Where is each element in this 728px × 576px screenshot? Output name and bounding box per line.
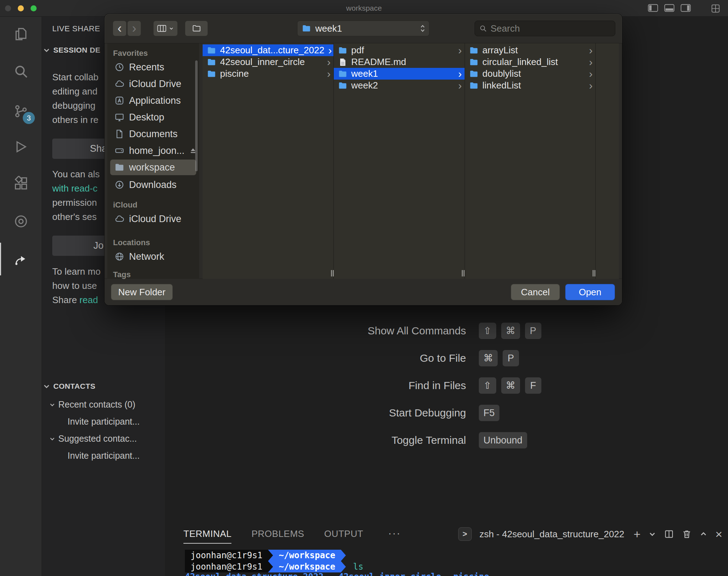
remote-explorer-icon[interactable] xyxy=(0,205,42,238)
folder-icon xyxy=(302,24,311,33)
open-file-dialog: ‹ › week1 Search Favorites Recent xyxy=(105,14,622,305)
more-tabs-icon[interactable]: ··· xyxy=(388,527,401,539)
view-mode-button[interactable] xyxy=(153,21,178,36)
chevron-right-icon: › xyxy=(458,45,462,56)
file-row[interactable]: piscine › xyxy=(203,68,333,80)
read-link[interactable]: read xyxy=(80,295,98,305)
chevron-right-icon: › xyxy=(589,45,593,56)
file-row[interactable]: README.md xyxy=(334,56,465,68)
chevron-right-icon: › xyxy=(589,80,593,91)
icloud-label: iCloud xyxy=(113,200,137,210)
file-row[interactable]: pdf › xyxy=(334,44,465,56)
download-icon xyxy=(114,180,124,190)
section-contacts[interactable]: CONTACTS xyxy=(43,382,95,391)
maximize-panel-icon[interactable] xyxy=(700,530,707,538)
keycap: ⌘ xyxy=(501,323,520,339)
chevron-right-icon: › xyxy=(327,69,331,79)
keycap: ⇧ xyxy=(479,377,496,394)
sidebar-item-workspace[interactable]: workspace xyxy=(110,160,196,175)
sidebar-item-icloud-drive[interactable]: iCloud Drive xyxy=(110,76,196,92)
close-panel-icon[interactable]: × xyxy=(715,527,722,541)
keycap: ⌘ xyxy=(479,350,498,366)
sidebar-item-icloud-drive2[interactable]: iCloud Drive xyxy=(110,211,196,227)
file-row[interactable]: 42seoul_inner_circle › xyxy=(203,56,333,68)
sidebar-item-recents[interactable]: Recents xyxy=(110,59,196,75)
cloud-icon xyxy=(114,79,124,89)
file-row[interactable]: circular_linked_list › xyxy=(465,56,595,68)
keycap: ⌘ xyxy=(501,377,520,394)
activity-bar: 3 xyxy=(0,17,42,576)
tab-output[interactable]: OUTPUT xyxy=(324,528,363,543)
powerline-arrow-icon xyxy=(341,550,346,561)
terminal-session-label[interactable]: zsh - 42seoul_data_structure_2022 xyxy=(480,529,625,540)
open-button[interactable]: Open xyxy=(565,284,615,300)
file-row[interactable]: linkedList › xyxy=(465,80,595,91)
back-button[interactable]: ‹ xyxy=(113,21,127,36)
search-field[interactable]: Search xyxy=(475,21,615,36)
recent-contacts-row[interactable]: Recent contacts (0) xyxy=(49,399,135,410)
cancel-button[interactable]: Cancel xyxy=(511,284,560,300)
column-resize-handle[interactable] xyxy=(331,270,334,276)
chevron-down-icon xyxy=(49,436,55,442)
explorer-icon[interactable] xyxy=(0,18,42,50)
sidebar-item-documents[interactable]: Documents xyxy=(110,126,196,142)
sidebar-item-downloads[interactable]: Downloads xyxy=(110,177,196,193)
keycap: P xyxy=(525,323,541,339)
toggle-panel-icon[interactable] xyxy=(664,4,675,12)
search-icon[interactable] xyxy=(0,55,42,88)
customize-layout-icon[interactable] xyxy=(711,4,720,13)
file-row[interactable]: week2 › xyxy=(334,80,465,91)
location-dropdown[interactable]: week1 xyxy=(297,21,429,36)
file-row[interactable]: 42seoul_dat...cture_2022 › xyxy=(203,44,333,56)
launch-profile-chevron-icon[interactable] xyxy=(648,530,656,538)
sidebar-item-desktop[interactable]: Desktop xyxy=(110,109,196,125)
shortcut-row: Start Debugging F5 xyxy=(213,399,604,426)
shortcut-row: Find in Files ⇧ ⌘ F xyxy=(213,372,604,399)
column-resize-handle[interactable] xyxy=(462,270,465,276)
sidebar-scrollbar[interactable] xyxy=(195,60,198,171)
vscode-window: workspace 3 LIVE SHARE SESSION DE Start xyxy=(0,0,728,576)
invite-participant-link[interactable]: Invite participant... xyxy=(68,451,140,461)
invite-participant-link[interactable]: Invite participant... xyxy=(68,416,140,427)
column-resize-handle[interactable] xyxy=(593,270,595,276)
sidebar-title: LIVE SHARE xyxy=(52,24,100,33)
chevron-right-icon: › xyxy=(458,69,462,79)
sidebar-item-network[interactable]: Network xyxy=(110,249,196,264)
tab-problems[interactable]: PROBLEMS xyxy=(251,528,304,543)
folder-icon xyxy=(192,24,201,33)
forward-button[interactable]: › xyxy=(127,21,141,36)
column-view-icon xyxy=(157,25,166,32)
new-folder-button[interactable]: New Folder xyxy=(111,284,173,300)
new-terminal-icon[interactable]: + xyxy=(633,527,641,541)
drive-icon xyxy=(114,146,124,156)
live-share-icon[interactable] xyxy=(0,243,42,275)
favorites-label: Favorites xyxy=(113,49,148,58)
extensions-icon[interactable] xyxy=(0,167,42,200)
chevron-right-icon: › xyxy=(589,57,593,68)
shortcut-row: Go to File ⌘ P xyxy=(213,344,604,372)
chevron-right-icon: › xyxy=(328,45,332,56)
terminal-shell-icon: > xyxy=(458,527,472,541)
file-row[interactable]: doublylist › xyxy=(465,68,595,80)
split-terminal-icon[interactable] xyxy=(664,529,674,539)
sidebar-item-home-volume[interactable]: home_joon... xyxy=(110,143,196,158)
globe-icon xyxy=(114,252,124,262)
folder-icon xyxy=(114,162,124,172)
section-session-details[interactable]: SESSION DE xyxy=(43,46,100,54)
toggle-sidebar-left-icon[interactable] xyxy=(648,4,658,12)
toggle-sidebar-right-icon[interactable] xyxy=(680,4,691,12)
suggested-contacts-row[interactable]: Suggested contac... xyxy=(49,434,137,444)
chevron-right-icon: › xyxy=(327,57,331,68)
file-column-3: arrayList › circular_linked_list › doubl… xyxy=(465,43,595,279)
run-debug-icon[interactable] xyxy=(0,130,42,163)
folder-action-button[interactable] xyxy=(185,21,208,36)
shortcut-row: Toggle Terminal Unbound xyxy=(213,426,604,454)
kill-terminal-icon[interactable] xyxy=(682,529,692,539)
file-row[interactable]: arrayList › xyxy=(465,44,595,56)
sidebar-item-applications[interactable]: Applications xyxy=(110,93,196,108)
source-control-badge: 3 xyxy=(23,112,35,124)
file-row[interactable]: week1 › xyxy=(334,68,465,80)
source-control-icon[interactable]: 3 xyxy=(0,95,42,128)
terminal-actions: > zsh - 42seoul_data_structure_2022 + × xyxy=(458,527,722,541)
tab-terminal[interactable]: TERMINAL xyxy=(183,528,231,544)
